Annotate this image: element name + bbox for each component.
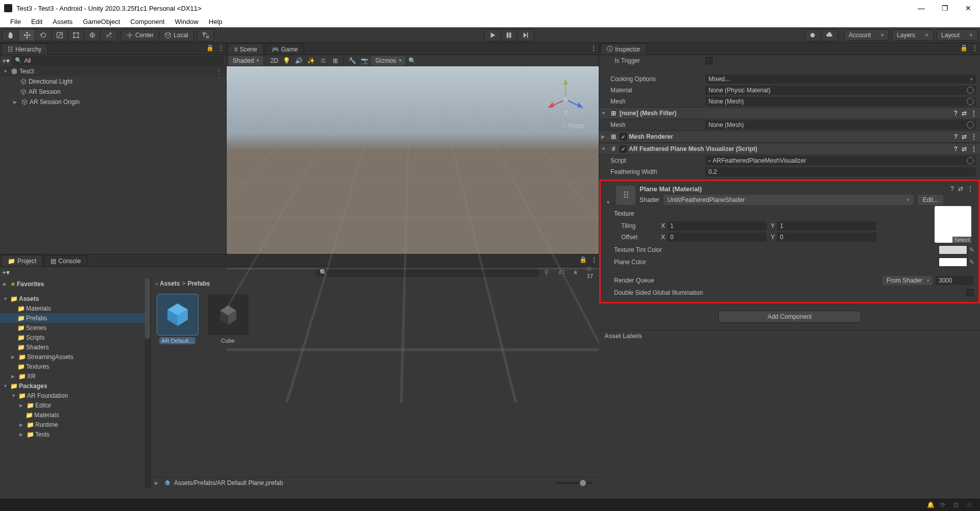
cooking-dropdown[interactable]: Mixed...	[705, 74, 976, 84]
persp-label[interactable]: ≡ Persp	[563, 122, 584, 130]
menu-file[interactable]: File	[6, 18, 25, 25]
rect-tool-button[interactable]	[68, 30, 84, 41]
collab-button[interactable]	[805, 30, 821, 41]
packages-folder[interactable]: ▼📁 Packages	[0, 381, 150, 391]
render-queue-dropdown[interactable]: From Shader	[883, 276, 933, 285]
orientation-gizmo[interactable]: x y z	[543, 76, 589, 122]
asset-item[interactable]: AR Default...	[156, 294, 199, 344]
tiling-x-field[interactable]: 1	[667, 221, 767, 231]
project-tab[interactable]: 📁 Project	[1, 255, 43, 266]
scene-tab[interactable]: # Scene	[228, 43, 264, 55]
breadcrumb[interactable]: ◂ Assets > Prefabs	[151, 278, 599, 289]
audio-toggle[interactable]: 🔊	[293, 56, 304, 65]
2d-toggle[interactable]: 2D	[268, 56, 280, 65]
status-icon[interactable]: ⟳	[940, 501, 948, 509]
filter-label-icon[interactable]: 🏷	[558, 269, 569, 276]
pivot-rotation-button[interactable]: Local	[159, 30, 193, 41]
inspector-tab[interactable]: ⓘ Inspector	[600, 43, 647, 55]
menu-gameobject[interactable]: GameObject	[79, 18, 124, 25]
folder-row[interactable]: ▶📁 Tests	[0, 429, 150, 439]
mesh-filter-header[interactable]: ▼⊞[none] (Mesh Filter)?⇄⋮	[599, 107, 980, 119]
mesh-renderer-header[interactable]: ▶⊞✓Mesh Renderer?⇄⋮	[599, 131, 980, 143]
asset-labels-header[interactable]: Asset Labels	[599, 330, 980, 341]
step-button[interactable]	[518, 30, 534, 41]
rotate-tool-button[interactable]	[35, 30, 52, 41]
menu-icon[interactable]: ⋮	[972, 44, 978, 52]
folder-row[interactable]: 📁 Scripts	[0, 333, 150, 342]
plane-color-swatch[interactable]	[939, 258, 967, 267]
camera-icon[interactable]: 📷	[359, 56, 370, 65]
folder-row[interactable]: 📁 Prefabs	[0, 313, 150, 323]
console-tab[interactable]: ▤ Console	[44, 255, 87, 266]
snap-button[interactable]	[198, 30, 214, 41]
menu-icon[interactable]: ⋮	[591, 44, 597, 52]
hidden-icon[interactable]: 👁̸17	[587, 265, 597, 279]
hierarchy-search[interactable]: 🔍 All	[12, 56, 224, 65]
custom-tool-button[interactable]	[101, 30, 117, 41]
asset-item[interactable]: Cube	[206, 294, 250, 344]
folder-row[interactable]: 📁 Textures	[0, 362, 150, 371]
hand-tool-button[interactable]	[3, 30, 19, 41]
eyedropper-icon[interactable]: ✎	[967, 246, 976, 253]
dsgi-checkbox[interactable]	[966, 289, 973, 296]
texture-slot[interactable]: Select	[935, 206, 971, 243]
tools-icon[interactable]: 🔧	[347, 56, 358, 65]
pause-button[interactable]	[501, 30, 518, 41]
fx-toggle[interactable]: ✨	[305, 56, 316, 65]
project-search[interactable]: 🔍	[315, 268, 540, 277]
hierarchy-item[interactable]: AR Session	[0, 87, 226, 97]
eyedropper-icon[interactable]: ✎	[967, 259, 976, 266]
mesh-field[interactable]: None (Mesh)	[705, 120, 976, 130]
scene-row[interactable]: ▼Test3⋮	[0, 66, 226, 76]
offset-x-field[interactable]: 0	[667, 233, 767, 242]
mesh-field[interactable]: None (Mesh)	[705, 97, 976, 106]
mesh-renderer-enable[interactable]: ✓	[620, 133, 627, 140]
filter-type-icon[interactable]: ⚲	[544, 269, 554, 276]
gizmos-dropdown[interactable]: Gizmos▾	[371, 56, 405, 65]
material-field[interactable]: None (Physic Material)	[705, 86, 976, 95]
cloud-button[interactable]	[821, 30, 838, 41]
menu-help[interactable]: Help	[205, 18, 227, 25]
minimize-button[interactable]: —	[910, 0, 933, 16]
shader-dropdown[interactable]: Unlit/FeatheredPlaneShader	[664, 195, 914, 205]
maximize-button[interactable]: ❐	[933, 0, 957, 16]
hierarchy-tab[interactable]: ☷ Hierarchy	[1, 43, 48, 55]
offset-y-field[interactable]: 0	[777, 233, 876, 242]
search-icon[interactable]: 🔍	[406, 56, 418, 65]
render-queue-field[interactable]: 3000	[936, 276, 973, 285]
draw-mode-dropdown[interactable]: Shaded▾	[229, 56, 263, 65]
grid-toggle[interactable]: ⊞	[330, 56, 341, 65]
lighting-toggle[interactable]: 💡	[281, 56, 292, 65]
favorite-icon[interactable]: ★	[573, 269, 583, 276]
tiling-y-field[interactable]: 1	[777, 221, 876, 231]
is-trigger-checkbox[interactable]	[705, 57, 713, 64]
folder-row[interactable]: ▶📁 Runtime	[0, 420, 150, 429]
feather-field[interactable]: 0.2	[705, 167, 976, 176]
menu-assets[interactable]: Assets	[48, 18, 77, 25]
status-icon[interactable]: ⊡	[953, 501, 962, 509]
menu-window[interactable]: Window	[171, 18, 203, 25]
account-dropdown[interactable]: Account▼	[844, 30, 889, 41]
feathered-script-header[interactable]: ▼#✓AR Feathered Plane Mesh Visualizer (S…	[599, 143, 980, 155]
script-enable[interactable]: ✓	[620, 145, 627, 152]
play-button[interactable]	[485, 30, 501, 41]
menu-component[interactable]: Component	[126, 18, 168, 25]
menu-edit[interactable]: Edit	[27, 18, 46, 25]
hierarchy-item[interactable]: Directional Light	[0, 76, 226, 87]
status-icon[interactable]: ⚠	[967, 501, 975, 509]
tint-color-swatch[interactable]	[939, 245, 967, 254]
favorites-row[interactable]: ▶★ Favorites	[0, 279, 150, 289]
add-component-button[interactable]: Add Component	[718, 311, 861, 323]
create-dropdown[interactable]: +▾	[2, 57, 10, 65]
move-tool-button[interactable]	[19, 30, 35, 41]
shader-edit-button[interactable]: Edit...	[918, 195, 944, 205]
game-tab[interactable]: 🎮 Game	[265, 43, 305, 55]
folder-row[interactable]: ▼📁 AR Foundation	[0, 391, 150, 400]
thumbnail-size-slider[interactable]	[556, 482, 592, 484]
assets-folder[interactable]: ▼📁 Assets	[0, 294, 150, 303]
menu-icon[interactable]: ⋮	[591, 256, 597, 263]
folder-row[interactable]: 📁 Scenes	[0, 323, 150, 333]
folder-row[interactable]: 📁 Shaders	[0, 342, 150, 352]
folder-row[interactable]: ▶📁 Editor	[0, 400, 150, 410]
folder-row[interactable]: ▶📁 StreamingAssets	[0, 352, 150, 362]
